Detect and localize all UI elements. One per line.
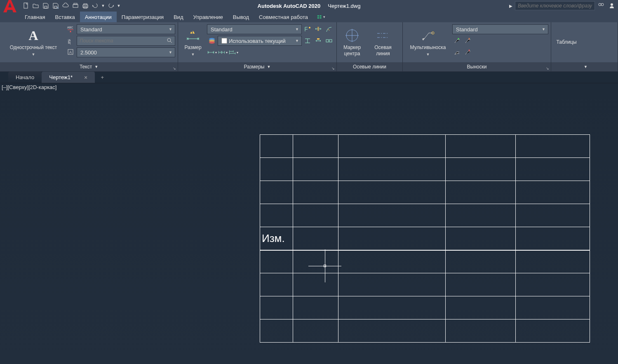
tab-view[interactable]: Вид: [169, 12, 188, 22]
svg-rect-11: [317, 15, 319, 16]
label-text: Текст: [80, 64, 92, 70]
panel-label-tables[interactable]: ▼: [551, 62, 618, 71]
text-style-dropdown[interactable]: Standard ▼: [77, 24, 175, 34]
panel-label-text[interactable]: Текст ▼ ↘: [0, 62, 178, 71]
dim-tool2-icon[interactable]: [313, 24, 323, 34]
title-block-table: Изм.: [260, 134, 590, 343]
close-icon[interactable]: ×: [84, 74, 87, 81]
center-mark-button[interactable]: Маркер центра: [339, 24, 365, 61]
svg-rect-13: [317, 17, 319, 19]
text-height-dropdown[interactable]: 2.5000 ▼: [77, 47, 175, 57]
cloud-icon[interactable]: [61, 1, 70, 10]
drawing-viewport[interactable]: [–][Сверху][2D-каркас] Изм.: [0, 83, 618, 364]
svg-text:B|: B|: [68, 41, 71, 45]
add-leader-icon[interactable]: [452, 36, 462, 46]
tab-insert[interactable]: Вставка: [50, 12, 80, 22]
svg-rect-4: [74, 3, 77, 5]
button-label: Осевая линия: [370, 45, 396, 56]
new-icon[interactable]: [21, 1, 31, 10]
panel-content: Маркер центра Осевая линия: [337, 22, 402, 62]
panel-label-leaders[interactable]: Выноски ↘: [403, 62, 551, 71]
tab-featured-apps-icon[interactable]: ▾: [317, 12, 325, 22]
dim-tool6-icon[interactable]: [324, 36, 334, 46]
drawing-tab[interactable]: Чертеж1* ×: [42, 72, 95, 83]
dialog-launcher-icon[interactable]: ↘: [331, 66, 335, 70]
ribbon: A Однострочный текст ▼ ABC Standard ▼ |A…: [0, 22, 618, 72]
tab-annotate[interactable]: Аннотации: [80, 12, 117, 22]
dialog-launcher-icon[interactable]: ↘: [173, 66, 176, 70]
undo-icon[interactable]: [91, 1, 100, 10]
svg-rect-3: [73, 5, 78, 7]
undo-dropdown-icon[interactable]: ▼: [101, 1, 106, 10]
find-text-input[interactable]: [80, 38, 172, 44]
dialog-launcher-icon[interactable]: ↘: [546, 66, 549, 70]
find-text-input-box[interactable]: [77, 36, 175, 46]
tab-home[interactable]: Главная: [20, 12, 50, 22]
tab-manage[interactable]: Управление: [188, 12, 228, 22]
centerline-button[interactable]: Осевая линия: [367, 24, 399, 61]
search-help-box[interactable]: [515, 1, 595, 10]
saveas-icon[interactable]: [51, 1, 60, 10]
dim-style-dropdown[interactable]: Standard ▼: [207, 24, 302, 34]
panel-label-centerlines[interactable]: Осевые линии: [337, 62, 402, 71]
tab-label: Главная: [25, 14, 45, 20]
button-label: Размер: [184, 45, 201, 50]
account-icon[interactable]: [607, 1, 616, 10]
open-icon[interactable]: [31, 1, 40, 10]
label-text: Размеры: [244, 64, 265, 70]
text-style-icon[interactable]: ABC: [66, 24, 76, 34]
dim-tool5-icon[interactable]: [313, 36, 323, 46]
dimension-icon: [186, 28, 200, 43]
continue-dim-icon[interactable]: ▾: [218, 47, 228, 57]
panel-label-dimensions[interactable]: Размеры ▼ ↘: [178, 62, 336, 71]
align-leader-icon[interactable]: [452, 47, 462, 57]
tab-parametric[interactable]: Параметризация: [117, 12, 169, 22]
tab-label: Совместная работа: [259, 14, 308, 20]
label-text: Осевые линии: [353, 64, 386, 70]
tab-label: Вид: [174, 14, 183, 20]
centerline-icon: [376, 28, 390, 43]
remove-leader-icon[interactable]: [463, 36, 473, 46]
tab-output[interactable]: Вывод: [228, 12, 254, 22]
cell-izm: Изм.: [260, 227, 293, 250]
find-text-icon[interactable]: |AB|: [66, 36, 76, 46]
dim-tool1-icon[interactable]: [303, 24, 313, 34]
search-help-input[interactable]: [518, 3, 592, 9]
multileader-button[interactable]: Мультивыноска ▼: [405, 24, 451, 61]
tables-button[interactable]: Таблицы: [554, 24, 579, 61]
dim-tool3-icon[interactable]: [324, 24, 334, 34]
dim-tool4-icon[interactable]: [303, 36, 313, 46]
svg-point-21: [309, 27, 310, 28]
signin-icon[interactable]: [597, 1, 606, 10]
chevron-down-icon: ▼: [584, 65, 587, 69]
print-icon[interactable]: [81, 1, 90, 10]
single-line-text-button[interactable]: A Однострочный текст ▼: [2, 24, 64, 61]
dim-layer-dropdown[interactable]: Использовать текущий ▼: [218, 36, 302, 46]
dim-options-column: Standard ▼ Использовать текущий ▼: [207, 24, 334, 61]
save-icon[interactable]: [41, 1, 50, 10]
svg-point-24: [209, 41, 215, 44]
tab-collaborate[interactable]: Совместная работа: [254, 12, 313, 22]
new-drawing-tab-button[interactable]: +: [96, 72, 108, 83]
tab-label: Вставка: [55, 14, 75, 20]
dimension-button[interactable]: Размер ▼: [181, 24, 205, 61]
redo-dropdown-icon[interactable]: ▼: [116, 1, 121, 10]
chevron-down-icon: ▼: [94, 65, 98, 69]
collect-leader-icon[interactable]: [463, 47, 473, 57]
svg-rect-6: [84, 4, 87, 5]
redo-icon[interactable]: [106, 1, 115, 10]
leader-options-column: Standard ▼: [452, 24, 548, 61]
search-icon[interactable]: [167, 38, 172, 45]
text-height-icon[interactable]: A: [66, 47, 76, 57]
viewport-controls[interactable]: [–][Сверху][2D-каркас]: [2, 84, 56, 90]
leader-style-dropdown[interactable]: Standard ▼: [452, 24, 548, 34]
plot-icon[interactable]: [71, 1, 80, 10]
app-logo-icon[interactable]: [2, 0, 18, 14]
layer-filter-icon[interactable]: [207, 36, 217, 46]
baseline-dim-icon[interactable]: ▾: [228, 47, 238, 57]
linear-dim-icon[interactable]: ▾: [207, 47, 217, 57]
start-tab[interactable]: Начало: [8, 72, 42, 83]
dropdown-value: Standard: [80, 26, 102, 33]
panel-content: A Однострочный текст ▼ ABC Standard ▼ |A…: [0, 22, 178, 62]
svg-text:ABC: ABC: [67, 26, 73, 29]
